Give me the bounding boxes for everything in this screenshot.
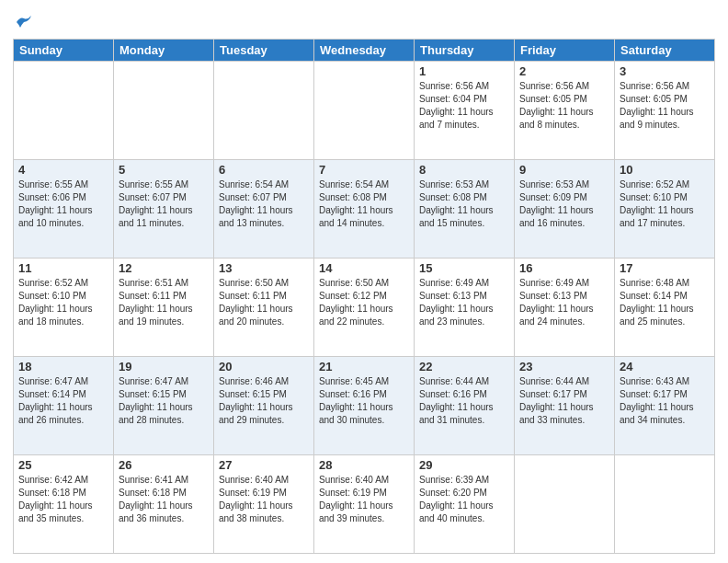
- calendar-cell: 17Sunrise: 6:48 AMSunset: 6:14 PMDayligh…: [615, 259, 715, 357]
- day-number: 7: [319, 163, 409, 177]
- day-info: Sunrise: 6:55 AMSunset: 6:07 PMDaylight:…: [119, 178, 209, 230]
- day-number: 9: [519, 163, 609, 177]
- calendar-week-row: 18Sunrise: 6:47 AMSunset: 6:14 PMDayligh…: [14, 357, 715, 455]
- calendar-week-row: 4Sunrise: 6:55 AMSunset: 6:06 PMDaylight…: [14, 160, 715, 259]
- day-info: Sunrise: 6:56 AMSunset: 6:05 PMDaylight:…: [620, 80, 710, 132]
- calendar-week-row: 11Sunrise: 6:52 AMSunset: 6:10 PMDayligh…: [14, 259, 715, 357]
- calendar-cell: 12Sunrise: 6:51 AMSunset: 6:11 PMDayligh…: [114, 259, 214, 357]
- day-number: 22: [419, 360, 509, 373]
- day-number: 14: [319, 261, 409, 275]
- day-info: Sunrise: 6:48 AMSunset: 6:14 PMDaylight:…: [620, 277, 710, 328]
- day-number: 18: [18, 360, 108, 373]
- day-info: Sunrise: 6:54 AMSunset: 6:08 PMDaylight:…: [319, 178, 409, 230]
- day-info: Sunrise: 6:44 AMSunset: 6:17 PMDaylight:…: [519, 375, 609, 427]
- day-number: 25: [18, 458, 108, 472]
- calendar-cell: [615, 455, 715, 554]
- day-info: Sunrise: 6:47 AMSunset: 6:15 PMDaylight:…: [119, 375, 209, 427]
- calendar-cell: [314, 62, 415, 160]
- calendar-cell: 5Sunrise: 6:55 AMSunset: 6:07 PMDaylight…: [114, 160, 214, 259]
- day-info: Sunrise: 6:45 AMSunset: 6:16 PMDaylight:…: [319, 375, 409, 427]
- day-info: Sunrise: 6:52 AMSunset: 6:10 PMDaylight:…: [18, 277, 108, 328]
- calendar-cell: 4Sunrise: 6:55 AMSunset: 6:06 PMDaylight…: [14, 160, 114, 259]
- calendar-cell: 6Sunrise: 6:54 AMSunset: 6:07 PMDaylight…: [214, 160, 314, 259]
- calendar-cell: 18Sunrise: 6:47 AMSunset: 6:14 PMDayligh…: [14, 357, 114, 455]
- calendar-week-row: 1Sunrise: 6:56 AMSunset: 6:04 PMDaylight…: [14, 62, 715, 160]
- page: SundayMondayTuesdayWednesdayThursdayFrid…: [0, 0, 728, 563]
- calendar-cell: [515, 455, 615, 554]
- day-info: Sunrise: 6:55 AMSunset: 6:06 PMDaylight:…: [18, 178, 108, 230]
- day-info: Sunrise: 6:44 AMSunset: 6:16 PMDaylight:…: [419, 375, 509, 427]
- calendar-header-thursday: Thursday: [415, 40, 515, 62]
- day-number: 24: [620, 360, 710, 373]
- calendar-table: SundayMondayTuesdayWednesdayThursdayFrid…: [13, 39, 715, 554]
- day-number: 21: [319, 360, 409, 373]
- day-info: Sunrise: 6:49 AMSunset: 6:13 PMDaylight:…: [419, 277, 509, 328]
- day-info: Sunrise: 6:52 AMSunset: 6:10 PMDaylight:…: [620, 178, 710, 230]
- calendar-cell: [114, 62, 214, 160]
- day-info: Sunrise: 6:51 AMSunset: 6:11 PMDaylight:…: [119, 277, 209, 328]
- calendar-header-monday: Monday: [114, 40, 214, 62]
- calendar-header-sunday: Sunday: [14, 40, 114, 62]
- calendar-cell: 3Sunrise: 6:56 AMSunset: 6:05 PMDaylight…: [615, 62, 715, 160]
- logo-bird-icon: [15, 15, 33, 29]
- day-info: Sunrise: 6:53 AMSunset: 6:09 PMDaylight:…: [519, 178, 609, 230]
- day-number: 1: [419, 64, 509, 78]
- calendar-week-row: 25Sunrise: 6:42 AMSunset: 6:18 PMDayligh…: [14, 455, 715, 554]
- day-info: Sunrise: 6:43 AMSunset: 6:17 PMDaylight:…: [620, 375, 710, 427]
- day-number: 2: [519, 64, 609, 78]
- day-number: 29: [419, 458, 509, 472]
- day-number: 6: [219, 163, 309, 177]
- day-number: 13: [219, 261, 309, 275]
- day-info: Sunrise: 6:42 AMSunset: 6:18 PMDaylight:…: [18, 474, 108, 525]
- calendar-cell: 28Sunrise: 6:40 AMSunset: 6:19 PMDayligh…: [314, 455, 415, 554]
- calendar-cell: 26Sunrise: 6:41 AMSunset: 6:18 PMDayligh…: [114, 455, 214, 554]
- day-number: 15: [419, 261, 509, 275]
- calendar-cell: 13Sunrise: 6:50 AMSunset: 6:11 PMDayligh…: [214, 259, 314, 357]
- day-info: Sunrise: 6:56 AMSunset: 6:04 PMDaylight:…: [419, 80, 509, 132]
- calendar-cell: 27Sunrise: 6:40 AMSunset: 6:19 PMDayligh…: [214, 455, 314, 554]
- day-number: 16: [519, 261, 609, 275]
- calendar-cell: 16Sunrise: 6:49 AMSunset: 6:13 PMDayligh…: [515, 259, 615, 357]
- day-number: 17: [620, 261, 710, 275]
- calendar-header-friday: Friday: [515, 40, 615, 62]
- calendar-cell: 23Sunrise: 6:44 AMSunset: 6:17 PMDayligh…: [515, 357, 615, 455]
- day-number: 28: [319, 458, 409, 472]
- day-info: Sunrise: 6:47 AMSunset: 6:14 PMDaylight:…: [18, 375, 108, 427]
- calendar-header-tuesday: Tuesday: [214, 40, 314, 62]
- calendar-cell: 19Sunrise: 6:47 AMSunset: 6:15 PMDayligh…: [114, 357, 214, 455]
- calendar-cell: 21Sunrise: 6:45 AMSunset: 6:16 PMDayligh…: [314, 357, 415, 455]
- calendar-cell: 7Sunrise: 6:54 AMSunset: 6:08 PMDaylight…: [314, 160, 415, 259]
- day-number: 12: [119, 261, 209, 275]
- calendar-header-row: SundayMondayTuesdayWednesdayThursdayFrid…: [14, 40, 715, 62]
- day-info: Sunrise: 6:46 AMSunset: 6:15 PMDaylight:…: [219, 375, 309, 427]
- calendar-cell: 15Sunrise: 6:49 AMSunset: 6:13 PMDayligh…: [415, 259, 515, 357]
- day-number: 26: [119, 458, 209, 472]
- calendar-header-wednesday: Wednesday: [314, 40, 415, 62]
- day-number: 8: [419, 163, 509, 177]
- calendar-cell: 2Sunrise: 6:56 AMSunset: 6:05 PMDaylight…: [515, 62, 615, 160]
- calendar-header-saturday: Saturday: [615, 40, 715, 62]
- calendar-cell: [14, 62, 114, 160]
- day-info: Sunrise: 6:50 AMSunset: 6:12 PMDaylight:…: [319, 277, 409, 328]
- day-info: Sunrise: 6:53 AMSunset: 6:08 PMDaylight:…: [419, 178, 509, 230]
- day-info: Sunrise: 6:50 AMSunset: 6:11 PMDaylight:…: [219, 277, 309, 328]
- day-info: Sunrise: 6:39 AMSunset: 6:20 PMDaylight:…: [419, 474, 509, 525]
- day-info: Sunrise: 6:40 AMSunset: 6:19 PMDaylight:…: [319, 474, 409, 525]
- calendar-cell: 29Sunrise: 6:39 AMSunset: 6:20 PMDayligh…: [415, 455, 515, 554]
- day-info: Sunrise: 6:40 AMSunset: 6:19 PMDaylight:…: [219, 474, 309, 525]
- day-number: 4: [18, 163, 108, 177]
- calendar-cell: 1Sunrise: 6:56 AMSunset: 6:04 PMDaylight…: [415, 62, 515, 160]
- day-number: 27: [219, 458, 309, 472]
- calendar-cell: 20Sunrise: 6:46 AMSunset: 6:15 PMDayligh…: [214, 357, 314, 455]
- calendar-cell: 8Sunrise: 6:53 AMSunset: 6:08 PMDaylight…: [415, 160, 515, 259]
- day-info: Sunrise: 6:54 AMSunset: 6:07 PMDaylight:…: [219, 178, 309, 230]
- day-number: 23: [519, 360, 609, 373]
- calendar-cell: 25Sunrise: 6:42 AMSunset: 6:18 PMDayligh…: [14, 455, 114, 554]
- day-number: 10: [620, 163, 710, 177]
- calendar-cell: 22Sunrise: 6:44 AMSunset: 6:16 PMDayligh…: [415, 357, 515, 455]
- calendar-cell: 10Sunrise: 6:52 AMSunset: 6:10 PMDayligh…: [615, 160, 715, 259]
- day-info: Sunrise: 6:41 AMSunset: 6:18 PMDaylight:…: [119, 474, 209, 525]
- day-info: Sunrise: 6:49 AMSunset: 6:13 PMDaylight:…: [519, 277, 609, 328]
- calendar-cell: 9Sunrise: 6:53 AMSunset: 6:09 PMDaylight…: [515, 160, 615, 259]
- header: [13, 9, 715, 33]
